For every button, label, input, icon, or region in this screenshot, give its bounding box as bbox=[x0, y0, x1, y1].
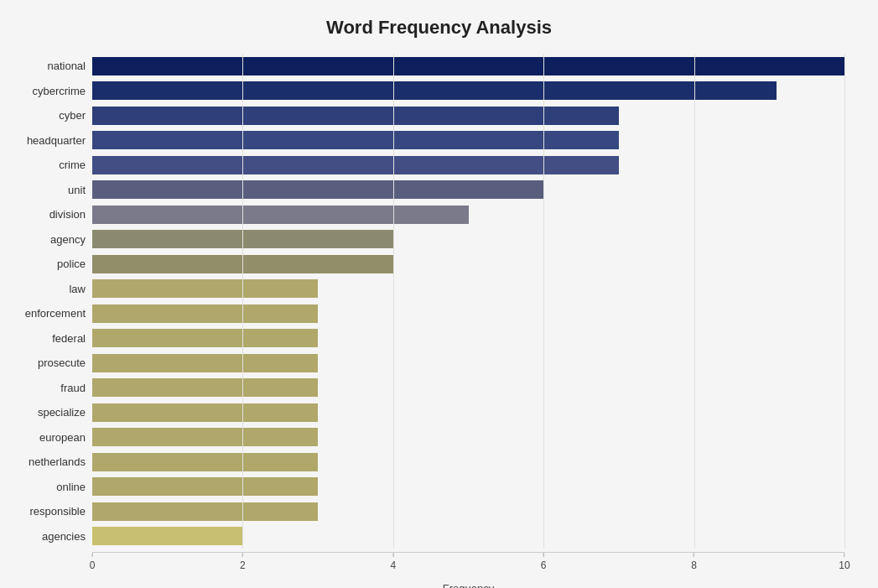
bar-row: national bbox=[92, 54, 844, 79]
bar-label: european bbox=[8, 431, 92, 444]
bar bbox=[92, 81, 777, 100]
bar-row: specialize bbox=[92, 400, 844, 425]
bar-track bbox=[92, 400, 844, 425]
chart-container: Word Frequency Analysis nationalcybercri… bbox=[0, 0, 878, 588]
bar-row: online bbox=[92, 475, 844, 500]
bar bbox=[92, 378, 318, 397]
bar-row: cyber bbox=[92, 103, 844, 128]
bar-track bbox=[92, 227, 844, 252]
bar-row: netherlands bbox=[92, 450, 844, 475]
bar-label: crime bbox=[8, 159, 92, 171]
bar-track bbox=[92, 252, 844, 277]
bar-row: law bbox=[92, 277, 844, 302]
bars-wrapper: nationalcybercrimecyberheadquartercrimeu… bbox=[92, 54, 844, 549]
bar-track bbox=[92, 301, 844, 326]
bar bbox=[92, 354, 318, 372]
x-axis-title: Frequency bbox=[92, 582, 844, 588]
bar-label: prosecute bbox=[8, 356, 92, 369]
bar bbox=[92, 255, 393, 273]
bar-label: agencies bbox=[8, 530, 92, 543]
bar bbox=[92, 329, 318, 347]
bar-label: national bbox=[8, 60, 92, 72]
bar-track bbox=[92, 450, 844, 475]
bar-row: cybercrime bbox=[92, 79, 844, 104]
bar bbox=[92, 477, 318, 496]
bar-label: cybercrime bbox=[8, 85, 92, 97]
bar bbox=[92, 206, 469, 224]
bar bbox=[92, 279, 318, 298]
bar-row: fraud bbox=[92, 376, 844, 401]
x-tick: 0 bbox=[90, 553, 96, 571]
bar-track bbox=[92, 425, 844, 450]
bar-label: online bbox=[8, 481, 92, 493]
bar-row: european bbox=[92, 425, 844, 450]
bar bbox=[92, 403, 318, 422]
bar-label: specialize bbox=[8, 406, 92, 419]
bar-track bbox=[92, 351, 844, 376]
bar-track bbox=[92, 475, 844, 500]
bar-row: agencies bbox=[92, 524, 844, 549]
bar-label: fraud bbox=[8, 382, 92, 394]
bar-label: division bbox=[8, 208, 92, 221]
chart-title: Word Frequency Analysis bbox=[34, 17, 844, 39]
bar bbox=[92, 304, 318, 323]
bar-track bbox=[92, 153, 844, 178]
x-tick: 2 bbox=[240, 553, 246, 571]
bar-track bbox=[92, 277, 844, 302]
bar-label: unit bbox=[8, 184, 92, 196]
bar bbox=[92, 453, 318, 471]
bar-label: agency bbox=[8, 233, 92, 246]
bar bbox=[92, 230, 393, 248]
bar-row: crime bbox=[92, 153, 844, 178]
bar-track bbox=[92, 499, 844, 524]
bar-track bbox=[92, 202, 844, 227]
x-tick: 8 bbox=[691, 553, 697, 571]
x-tick: 4 bbox=[390, 553, 396, 571]
bar-label: police bbox=[8, 258, 92, 270]
bar-label: federal bbox=[8, 332, 92, 345]
bar-track bbox=[92, 376, 844, 401]
x-tick: 6 bbox=[541, 553, 547, 571]
bar-row: unit bbox=[92, 178, 844, 203]
bar bbox=[92, 131, 619, 149]
bar-row: police bbox=[92, 252, 844, 277]
bar-track bbox=[92, 128, 844, 154]
bar-track bbox=[92, 54, 844, 79]
bar-label: enforcement bbox=[8, 307, 92, 320]
bar-label: cyber bbox=[8, 109, 92, 122]
bar-track bbox=[92, 103, 844, 128]
bar-track bbox=[92, 178, 844, 203]
bar-label: netherlands bbox=[8, 455, 92, 468]
bar bbox=[92, 428, 318, 446]
bar bbox=[92, 107, 619, 125]
bar-label: law bbox=[8, 283, 92, 295]
bar bbox=[92, 180, 543, 199]
bar bbox=[92, 502, 318, 521]
bar bbox=[92, 156, 619, 174]
bar-track bbox=[92, 326, 844, 351]
bar-track bbox=[92, 524, 844, 549]
bar-row: division bbox=[92, 202, 844, 227]
bar-label: responsible bbox=[8, 505, 92, 518]
bar bbox=[92, 57, 844, 75]
chart-area: nationalcybercrimecyberheadquartercrimeu… bbox=[92, 54, 844, 549]
bar-row: prosecute bbox=[92, 351, 844, 376]
bar-label: headquarter bbox=[8, 134, 92, 147]
bar bbox=[92, 527, 242, 545]
bar-track bbox=[92, 79, 844, 104]
x-tick: 10 bbox=[839, 553, 849, 571]
bar-row: headquarter bbox=[92, 128, 844, 154]
x-axis: 0246810 bbox=[92, 552, 844, 577]
bar-row: agency bbox=[92, 227, 844, 252]
bar-row: responsible bbox=[92, 499, 844, 524]
bar-row: enforcement bbox=[92, 301, 844, 326]
bar-row: federal bbox=[92, 326, 844, 351]
